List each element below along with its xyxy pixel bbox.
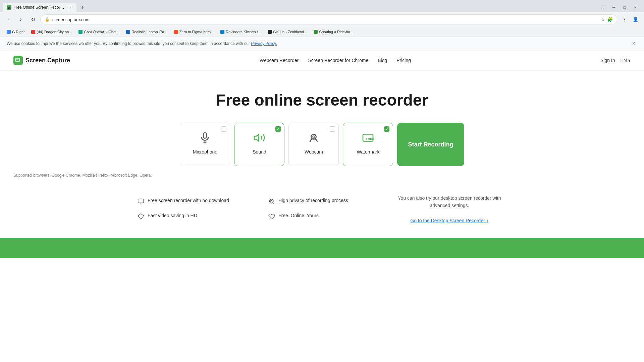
bookmark-kitchen[interactable]: Ravinders Kitchen t...	[218, 29, 264, 35]
feature-text: Free screen recorder with no download	[148, 198, 229, 203]
maximize-button[interactable]: □	[620, 3, 629, 12]
start-recording-button[interactable]: Start Recording	[397, 123, 464, 166]
language-selector[interactable]: EN ▾	[621, 58, 631, 63]
bookmark-favicon	[174, 30, 178, 34]
lang-text: EN	[621, 58, 627, 63]
privacy-icon	[268, 198, 275, 205]
svg-point-11	[269, 199, 273, 203]
bookmark-label: (44) Dragon City on...	[37, 30, 72, 34]
bookmark-g-right[interactable]: G Right	[4, 29, 27, 35]
cookie-banner: We use cookies to improve the services w…	[0, 37, 644, 50]
extensions-icon[interactable]: 🧩	[607, 17, 613, 22]
hero-section: Free online screen recorder Microphone	[0, 71, 644, 238]
sound-checkbox[interactable]: ✓	[275, 126, 281, 132]
microphone-checkbox[interactable]	[221, 126, 226, 132]
watermark-label: Watermark	[357, 149, 380, 155]
svg-marker-5	[254, 134, 259, 141]
bookmark-laptop[interactable]: Realistic Laptop iPa...	[123, 29, 170, 35]
bookmark-label: Zero to Figma hero...	[179, 30, 214, 34]
logo-text: Screen Capture	[25, 57, 70, 64]
hero-title: Free online screen recorder	[216, 91, 428, 109]
address-icons: ☆ 🧩	[601, 17, 613, 22]
webcam-checkbox[interactable]	[330, 126, 335, 132]
bookmark-favicon	[78, 30, 83, 34]
webcam-label: Webcam	[305, 149, 323, 155]
svg-rect-10	[138, 199, 144, 203]
nav-pricing[interactable]: Pricing	[396, 58, 411, 63]
close-window-button[interactable]: ×	[631, 3, 640, 12]
sound-label: Sound	[253, 149, 266, 155]
active-tab[interactable]: 📷 Free Online Screen Recorder | C... ×	[3, 3, 76, 12]
new-tab-button[interactable]: +	[78, 3, 87, 12]
feature-text: Free. Online. Yours.	[278, 213, 320, 218]
tab-title: Free Online Screen Recorder | C...	[13, 5, 66, 10]
address-bar[interactable]: 🔒 screencapture.com ☆ 🧩	[40, 14, 617, 24]
bookmark-label: GitHub - Zenithcod...	[273, 30, 307, 34]
logo[interactable]: Screen Capture	[13, 56, 70, 65]
nav-actions: Sign In EN ▾	[600, 58, 631, 63]
bookmark-label: Ravinders Kitchen t...	[226, 30, 261, 34]
back-button[interactable]: ‹	[4, 15, 13, 24]
diamond-icon	[138, 213, 144, 220]
tab-search-button[interactable]: ⌄	[598, 3, 608, 12]
microphone-icon	[197, 130, 213, 146]
bookmark-dragon-city[interactable]: (44) Dragon City on...	[29, 29, 74, 35]
bottom-green-bar	[0, 238, 644, 258]
cookie-close-button[interactable]: ×	[630, 40, 637, 47]
tab-close-button[interactable]: ×	[68, 5, 72, 10]
recording-options: Microphone ✓ Sound	[180, 123, 464, 166]
extensions-toolbar-icon[interactable]: ⋮	[620, 15, 629, 24]
bookmark-figma[interactable]: Zero to Figma hero...	[171, 29, 217, 35]
page-content: We use cookies to improve the services w…	[0, 37, 644, 272]
nav-screen-recorder-chrome[interactable]: Screen Recorder for Chrome	[308, 58, 368, 63]
logo-icon	[13, 56, 23, 65]
forward-button[interactable]: ›	[16, 15, 25, 24]
webcam-option[interactable]: Webcam	[288, 123, 339, 166]
nav-blog[interactable]: Blog	[378, 58, 387, 63]
svg-text:FREE: FREE	[366, 137, 374, 140]
cookie-text-content: We use cookies to improve the services w…	[7, 41, 250, 46]
heart-icon	[268, 213, 275, 220]
svg-point-7	[313, 136, 315, 138]
profile-icon[interactable]: 👤	[631, 15, 640, 24]
desktop-recorder-link[interactable]: Go to the Desktop Screen Recorder ↓	[410, 218, 488, 223]
bookmark-favicon	[268, 30, 272, 34]
reload-button[interactable]: ↻	[28, 15, 38, 24]
desktop-section: You can also try our desktop screen reco…	[392, 188, 506, 225]
cookie-text: We use cookies to improve the services w…	[7, 41, 277, 46]
minimize-button[interactable]: ─	[609, 3, 619, 12]
privacy-policy-link[interactable]: Privacy Policy.	[251, 41, 277, 46]
feature-no-download: Free screen recorder with no download	[138, 198, 241, 205]
bookmark-openai[interactable]: Chat OpenAI - Chat...	[76, 29, 122, 35]
svg-rect-1	[17, 59, 18, 60]
tab-bar: 📷 Free Online Screen Recorder | C... × +…	[0, 0, 644, 12]
lower-section: Free screen recorder with no download Hi…	[138, 188, 506, 225]
watermark-icon: FREE	[360, 130, 376, 146]
sound-option[interactable]: ✓ Sound	[234, 123, 284, 166]
svg-line-12	[273, 202, 274, 204]
nav-webcam-recorder[interactable]: Webcam Recorder	[260, 58, 299, 63]
desktop-promo-text: You can also try our desktop screen reco…	[392, 194, 506, 209]
sign-in-link[interactable]: Sign In	[600, 58, 615, 63]
chevron-down-icon: ▾	[628, 58, 631, 63]
bookmark-star-icon[interactable]: ☆	[601, 17, 605, 22]
watermark-option[interactable]: ✓ FREE Watermark	[343, 123, 393, 166]
feature-privacy: High privacy of recording process	[268, 198, 372, 205]
watermark-checkbox[interactable]: ✓	[384, 126, 389, 132]
bookmark-github[interactable]: GitHub - Zenithcod...	[265, 29, 310, 35]
microphone-option[interactable]: Microphone	[180, 123, 230, 166]
tab-favicon: 📷	[7, 5, 11, 10]
webcam-icon	[306, 130, 322, 146]
supported-browsers-text: Supported browsers: Google Chrome, Mozil…	[13, 173, 152, 178]
sound-icon	[251, 130, 267, 146]
bookmark-favicon	[31, 30, 35, 34]
bookmark-ride[interactable]: Creating a Ride-bo...	[311, 29, 356, 35]
feature-free: Free. Online. Yours.	[268, 213, 372, 220]
bookmark-label: Realistic Laptop iPa...	[131, 30, 167, 34]
main-nav: Webcam Recorder Screen Recorder for Chro…	[260, 58, 411, 63]
site-header: Screen Capture Webcam Recorder Screen Re…	[0, 50, 644, 71]
bookmark-favicon	[7, 30, 11, 34]
browser-chrome: 📷 Free Online Screen Recorder | C... × +…	[0, 0, 644, 37]
features-grid: Free screen recorder with no download Hi…	[138, 188, 372, 220]
address-text: screencapture.com	[52, 17, 598, 22]
